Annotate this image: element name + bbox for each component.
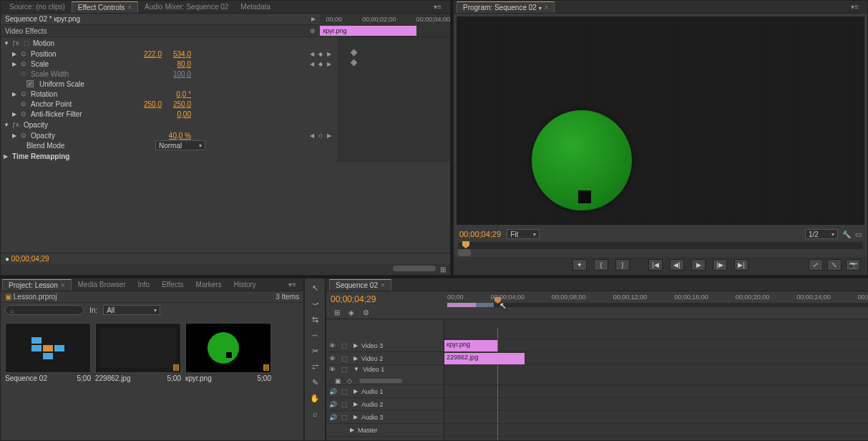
tab-effect-controls[interactable]: Effect Controls×: [72, 1, 138, 13]
hand-tool[interactable]: ✋: [308, 392, 321, 404]
lock-icon[interactable]: ⬚: [341, 414, 350, 421]
lock-icon[interactable]: ⬚: [341, 401, 350, 408]
step-fwd-button[interactable]: |▶: [713, 259, 727, 271]
tab-history[interactable]: History: [228, 279, 262, 290]
tab-media-browser[interactable]: Media Browser: [72, 279, 132, 290]
disclosure-icon[interactable]: ▶: [353, 355, 358, 362]
program-scrub-bar[interactable]: [458, 242, 863, 249]
zoom-thumb[interactable]: [458, 249, 471, 256]
fit-select[interactable]: Fit: [507, 229, 540, 239]
track-output-icon[interactable]: ▣: [335, 377, 343, 384]
position-x-value[interactable]: 222,0: [144, 50, 162, 58]
lock-icon[interactable]: ⬚: [341, 342, 350, 349]
track-header-a2[interactable]: 🔊⬚ ▶ Audio 2: [326, 398, 444, 411]
zoom-slider[interactable]: [393, 266, 436, 271]
lane-v1[interactable]: [444, 365, 868, 385]
lane-a3[interactable]: [444, 411, 868, 424]
anchor-point-icon[interactable]: [578, 190, 591, 203]
next-kf-icon[interactable]: ▶: [326, 50, 333, 57]
close-icon[interactable]: ×: [61, 281, 65, 289]
stopwatch-icon[interactable]: ⊙: [21, 110, 28, 117]
wrench-icon[interactable]: 🔧: [842, 231, 851, 238]
disclosure-icon[interactable]: ▼: [4, 122, 9, 128]
add-marker-button[interactable]: ✦: [572, 259, 587, 271]
tab-project[interactable]: Project: Lesson×: [2, 279, 72, 291]
track-opacity-slider[interactable]: [359, 379, 402, 383]
disclosure-icon[interactable]: ▶: [353, 414, 358, 420]
snap-icon[interactable]: ⊞: [332, 307, 342, 317]
panel-menu-icon[interactable]: ▾≡: [428, 1, 447, 12]
tab-sequence[interactable]: Sequence 02×: [329, 279, 391, 291]
zoom-tool[interactable]: ⌕: [308, 407, 321, 420]
program-timecode[interactable]: 00;00;04;29: [459, 230, 501, 238]
bin-thumbnail[interactable]: [5, 323, 91, 373]
pen-tool[interactable]: ✎: [308, 376, 321, 389]
track-header-v2[interactable]: 👁⬚ ▶ Video 2: [326, 352, 444, 365]
disclosure-icon[interactable]: ▶: [12, 132, 18, 139]
lane-v2[interactable]: 229862.jpg: [444, 352, 868, 365]
stopwatch-icon[interactable]: ⊙: [21, 60, 28, 67]
prev-kf-icon[interactable]: ◀: [308, 132, 316, 139]
output-icon[interactable]: ▭: [855, 231, 862, 238]
anchor-x-value[interactable]: 250,0: [144, 100, 162, 108]
tab-markers[interactable]: Markers: [190, 279, 228, 290]
close-icon[interactable]: ×: [127, 4, 132, 11]
add-kf-icon[interactable]: ◆: [317, 50, 324, 57]
timeline-timecode[interactable]: 00;00;04;29: [331, 293, 440, 306]
tab-effects[interactable]: Effects: [156, 279, 189, 290]
add-kf-icon[interactable]: ◇: [317, 132, 324, 139]
ec-timecode[interactable]: ● 00;00;04;29: [1, 253, 54, 264]
program-zoom-scroll[interactable]: [458, 251, 863, 255]
playhead-icon[interactable]: [462, 241, 469, 248]
settings-icon[interactable]: ⚙: [361, 307, 371, 317]
clip-v2[interactable]: 229862.jpg: [444, 353, 525, 364]
disclosure-icon[interactable]: ▶: [12, 61, 18, 67]
prev-kf-icon[interactable]: ◀: [308, 50, 316, 57]
go-in-button[interactable]: |◀: [648, 259, 663, 271]
fx-icon[interactable]: ƒx: [12, 121, 21, 128]
blend-mode-select[interactable]: Normal: [155, 140, 205, 150]
extract-button[interactable]: ⤡: [827, 259, 842, 271]
lock-icon[interactable]: ⬚: [341, 388, 350, 395]
eye-icon[interactable]: 👁: [329, 366, 338, 373]
panel-menu-icon[interactable]: ▾≡: [283, 279, 302, 290]
resolution-select[interactable]: 1/2: [805, 229, 838, 239]
keyframe-icon[interactable]: [351, 49, 358, 56]
export-frame-button[interactable]: 📷: [846, 259, 860, 271]
track-select-tool[interactable]: ⤻: [308, 297, 321, 310]
lane-a1[interactable]: [444, 385, 868, 398]
tab-audio-mixer[interactable]: Audio Mixer: Sequence 02: [139, 1, 234, 12]
go-out-button[interactable]: ▶|: [734, 259, 748, 271]
close-icon[interactable]: ×: [381, 281, 385, 289]
ripple-edit-tool[interactable]: ⇆: [308, 313, 321, 326]
collapse-icon[interactable]: ⊗: [310, 27, 316, 34]
stopwatch-icon[interactable]: ⊙: [21, 100, 28, 107]
lane-master[interactable]: [444, 424, 868, 437]
step-back-button[interactable]: ◀|: [670, 259, 684, 271]
rotation-value[interactable]: 0,0 °: [176, 90, 191, 98]
section-time-remap[interactable]: ▶ Time Remapping: [1, 150, 337, 162]
stopwatch-icon[interactable]: ⊙: [21, 132, 28, 139]
ec-clip-bar[interactable]: круг.png: [320, 26, 416, 36]
lane-v3[interactable]: круг.png: [444, 339, 868, 352]
fx-icon[interactable]: ƒx: [12, 39, 21, 47]
ec-toggle-icon[interactable]: ⊞: [440, 266, 446, 273]
stopwatch-icon[interactable]: ⊙: [21, 90, 28, 97]
track-kf-icon[interactable]: ◇: [347, 377, 356, 384]
speaker-icon[interactable]: 🔊: [329, 414, 338, 421]
track-header-v3[interactable]: 👁⬚ ▶ Video 3: [326, 339, 444, 352]
bin-thumbnail[interactable]: ▯: [185, 323, 271, 373]
tab-source[interactable]: Source: (no clips): [4, 1, 71, 12]
next-kf-icon[interactable]: ▶: [326, 132, 333, 139]
disclosure-icon[interactable]: ▶: [353, 401, 358, 407]
play-button[interactable]: ▶: [691, 259, 706, 271]
selection-tool[interactable]: ↖: [308, 281, 321, 294]
marker-icon[interactable]: ◈: [346, 307, 356, 317]
add-kf-icon[interactable]: ◆: [317, 60, 324, 67]
in-filter-select[interactable]: All: [103, 305, 160, 315]
bin-item[interactable]: ▯ круг.png5;00: [185, 323, 271, 435]
track-lanes[interactable]: круг.png 229862.jpg: [444, 319, 868, 440]
disclosure-icon[interactable]: ▶: [353, 342, 358, 349]
disclosure-icon[interactable]: ▶: [12, 91, 18, 97]
lift-button[interactable]: ⤢: [809, 259, 823, 271]
